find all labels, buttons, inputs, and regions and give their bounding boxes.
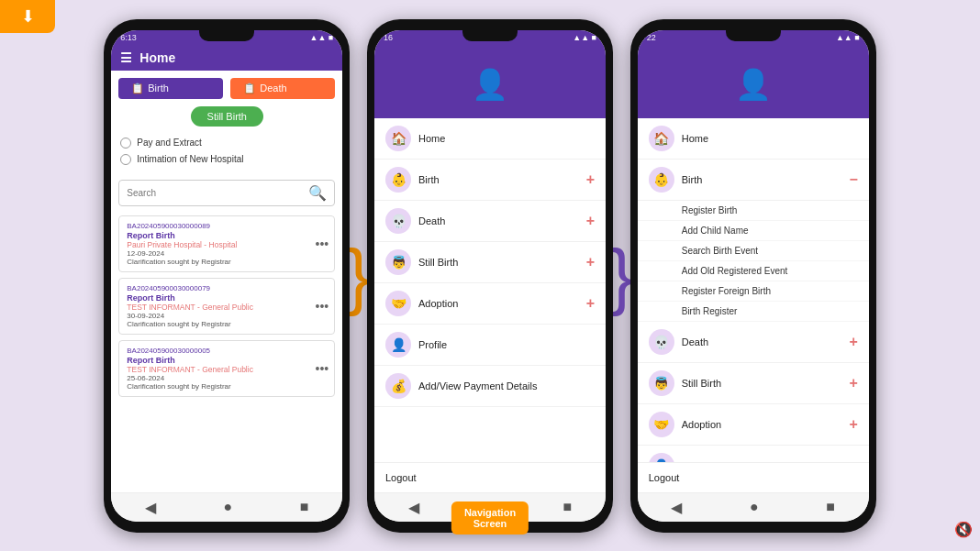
- hamburger-icon[interactable]: ☰: [120, 50, 132, 65]
- still-birth-label: Still Birth: [207, 111, 247, 122]
- sub-add-child-name[interactable]: Add Child Name: [638, 221, 869, 241]
- card2-menu-icon[interactable]: •••: [316, 299, 329, 314]
- pay-extract-option[interactable]: Pay and Extract: [120, 138, 333, 149]
- speaker-icon: 🔇: [954, 521, 973, 538]
- hospital-option[interactable]: Intimation of New Hospital: [120, 154, 333, 165]
- adoption-menu-label: Adoption: [418, 298, 579, 309]
- p3-nav-home[interactable]: ●: [750, 499, 759, 516]
- p3-death-label: Death: [682, 336, 842, 347]
- menu-profile[interactable]: 👤 Profile: [374, 325, 606, 366]
- p2-nav-back[interactable]: ◀: [408, 499, 419, 516]
- phone1-icons: ▲▲ ■: [310, 33, 334, 42]
- sub-add-old-event[interactable]: Add Old Registered Event: [638, 261, 869, 281]
- death-menu-label: Death: [418, 215, 579, 226]
- card3-id: BA202405900030000005: [127, 347, 327, 355]
- adoption-menu-icon: 🤝: [385, 291, 411, 316]
- p3-menu-profile[interactable]: 👤 Profile: [638, 446, 869, 462]
- p3-logout-button[interactable]: Logout: [638, 462, 869, 492]
- still-birth-button[interactable]: Still Birth: [191, 106, 263, 127]
- phone3-bottom-nav: ◀ ● ■: [638, 492, 869, 522]
- menu-payment[interactable]: 💰 Add/View Payment Details: [374, 366, 606, 407]
- card-3[interactable]: BA202405900030000005 Report Birth TEST I…: [118, 340, 335, 397]
- p3-logout-label: Logout: [649, 472, 680, 483]
- p3-menu-adoption[interactable]: 🤝 Adoption +: [638, 404, 869, 446]
- still-birth-menu-icon: 👼: [385, 249, 411, 275]
- card2-name: TEST INFORMANT - General Public: [127, 303, 327, 312]
- p3-death-icon: 💀: [649, 329, 674, 355]
- death-menu-icon: 💀: [385, 208, 411, 234]
- birth-button[interactable]: 📋 Birth: [118, 78, 223, 99]
- search-box[interactable]: 🔍: [118, 180, 335, 206]
- card3-menu-icon[interactable]: •••: [316, 361, 329, 376]
- search-icon: 🔍: [308, 184, 327, 202]
- phone1-title: Home: [139, 50, 175, 65]
- phone2-screen: 16 ▲▲ ■ 👤 🏠 Home 👶 Birth +: [374, 30, 606, 522]
- menu-still-birth[interactable]: 👼 Still Birth +: [374, 242, 606, 283]
- sub-birth-register[interactable]: Birth Register: [638, 302, 869, 322]
- menu-death[interactable]: 💀 Death +: [374, 201, 606, 242]
- card1-status: Clarification sought by Registrar: [127, 258, 327, 266]
- phones-container: 6:13 ▲▲ ■ ☰ Home 📋 Birth 📋 Death: [104, 19, 875, 533]
- profile-menu-label: Profile: [418, 339, 595, 350]
- p2-nav-recent[interactable]: ■: [563, 499, 573, 516]
- menu-adoption[interactable]: 🤝 Adoption +: [374, 283, 606, 325]
- logout-label: Logout: [385, 472, 417, 483]
- logout-button[interactable]: Logout: [374, 462, 606, 492]
- nav-home-icon[interactable]: ●: [224, 499, 233, 516]
- sub-search-birth-event[interactable]: Search Birth Event: [638, 241, 869, 261]
- phone1-time: 6:13: [120, 33, 137, 42]
- avatar-icon: 👤: [472, 67, 508, 102]
- p3-menu-death[interactable]: 💀 Death +: [638, 322, 869, 363]
- p3-still-birth-expand-icon[interactable]: +: [849, 375, 857, 391]
- phone1-header: ☰ Home: [111, 45, 342, 71]
- p3-adoption-expand-icon[interactable]: +: [849, 416, 857, 433]
- card3-name: TEST INFORMANT - General Public: [127, 365, 327, 374]
- phone3-menu: 🏠 Home 👶 Birth − Register Birth Add Chil…: [638, 118, 869, 462]
- death-button[interactable]: 📋 Death: [230, 78, 335, 99]
- search-input[interactable]: [127, 188, 308, 198]
- p3-nav-recent[interactable]: ■: [826, 499, 835, 516]
- card1-name: Pauri Private Hospital - Hospital: [127, 240, 327, 249]
- birth-expand-icon[interactable]: +: [586, 171, 595, 188]
- card1-menu-icon[interactable]: •••: [316, 237, 329, 251]
- nav-back-icon[interactable]: ◀: [145, 499, 156, 516]
- phone2-container: 16 ▲▲ ■ 👤 🏠 Home 👶 Birth +: [367, 19, 613, 533]
- p3-death-expand-icon[interactable]: +: [849, 334, 857, 350]
- p3-profile-icon: 👤: [649, 453, 674, 462]
- nav-screen-text: NavigationScreen: [464, 507, 516, 529]
- p3-menu-still-birth[interactable]: 👼 Still Birth +: [638, 363, 869, 404]
- adoption-expand-icon[interactable]: +: [586, 295, 595, 312]
- payment-menu-label: Add/View Payment Details: [418, 380, 595, 391]
- payment-menu-icon: 💰: [385, 373, 411, 399]
- phone3-screen: 22 ▲▲ ■ 👤 🏠 Home 👶 Birth −: [638, 30, 869, 522]
- card3-type: Report Birth: [127, 356, 327, 365]
- death-expand-icon[interactable]: +: [586, 213, 595, 229]
- p3-menu-birth[interactable]: 👶 Birth −: [638, 160, 869, 201]
- card-1[interactable]: BA202405900030000089 Report Birth Pauri …: [118, 215, 335, 272]
- card1-type: Report Birth: [127, 231, 327, 240]
- p3-adoption-label: Adoption: [682, 419, 842, 430]
- p3-menu-home[interactable]: 🏠 Home: [638, 118, 869, 160]
- phone3-icons: ▲▲ ■: [836, 33, 860, 42]
- phone3-header: 👤: [638, 45, 869, 118]
- death-btn-label: Death: [260, 83, 286, 94]
- phone2-time: 16: [384, 33, 393, 42]
- phone3-notch: [726, 30, 781, 41]
- card2-date: 30-09-2024: [127, 312, 327, 320]
- still-birth-expand-icon[interactable]: +: [586, 254, 595, 270]
- menu-birth[interactable]: 👶 Birth +: [374, 160, 606, 201]
- nav-screen-label: NavigationScreen: [451, 501, 529, 534]
- phone1-options: Pay and Extract Intimation of New Hospit…: [111, 134, 342, 174]
- birth-collapse-icon[interactable]: −: [849, 171, 857, 188]
- card-2[interactable]: BA202405900030000079 Report Birth TEST I…: [118, 278, 335, 335]
- card3-status: Clarification sought by Registrar: [127, 382, 327, 391]
- card1-date: 12-09-2024: [127, 249, 327, 258]
- sub-register-foreign-birth[interactable]: Register Foreign Birth: [638, 281, 869, 302]
- nav-recent-icon[interactable]: ■: [300, 499, 309, 516]
- p3-nav-back[interactable]: ◀: [671, 499, 682, 516]
- menu-home[interactable]: 🏠 Home: [374, 118, 606, 160]
- card-list: BA202405900030000089 Report Birth Pauri …: [111, 212, 342, 492]
- birth-btn-label: Birth: [148, 83, 169, 94]
- phone2-header: 👤: [374, 45, 606, 118]
- sub-register-birth[interactable]: Register Birth: [638, 201, 869, 221]
